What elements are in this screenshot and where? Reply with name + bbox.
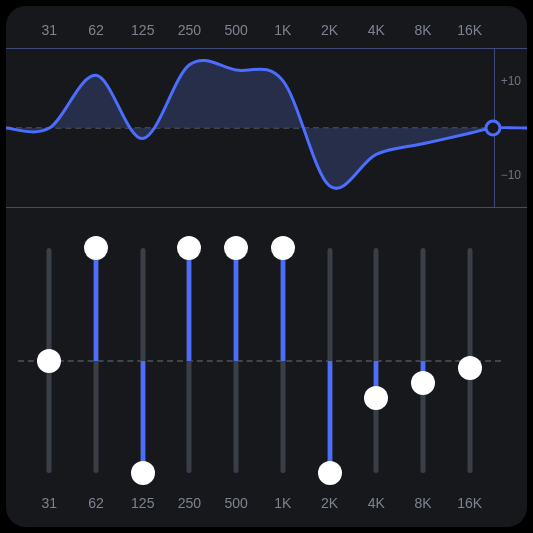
freq-label-top-62: 62: [73, 22, 120, 38]
eq-slider-thumb[interactable]: [37, 349, 61, 373]
freq-label-top-8K: 8K: [400, 22, 447, 38]
eq-sliders: [26, 238, 493, 483]
freq-label-bottom-500: 500: [213, 495, 260, 511]
eq-curve-fill: [6, 60, 527, 188]
freq-label-bottom-8K: 8K: [400, 495, 447, 511]
eq-slider-4K[interactable]: [353, 238, 400, 483]
freq-label-top-31: 31: [26, 22, 73, 38]
eq-slider-fill: [187, 248, 192, 361]
eq-slider-2K[interactable]: [306, 238, 353, 483]
eq-slider-1K[interactable]: [260, 238, 307, 483]
eq-slider-125[interactable]: [119, 238, 166, 483]
eq-slider-8K[interactable]: [400, 238, 447, 483]
eq-slider-500[interactable]: [213, 238, 260, 483]
eq-slider-250[interactable]: [166, 238, 213, 483]
eq-slider-track: [280, 248, 285, 473]
eq-response-graph: +10 −10: [6, 48, 527, 208]
freq-label-bottom-31: 31: [26, 495, 73, 511]
freq-label-bottom-125: 125: [119, 495, 166, 511]
eq-panel: 31621252505001K2K4K8K16K +10 −10 3162125…: [6, 6, 527, 527]
freq-label-bottom-4K: 4K: [353, 495, 400, 511]
freq-labels-bottom: 31621252505001K2K4K8K16K: [26, 485, 493, 521]
eq-slider-fill: [140, 361, 145, 474]
eq-slider-16K[interactable]: [446, 238, 493, 483]
freq-labels-top: 31621252505001K2K4K8K16K: [26, 12, 493, 48]
eq-slider-fill: [280, 248, 285, 361]
freq-label-top-125: 125: [119, 22, 166, 38]
eq-slider-thumb[interactable]: [411, 371, 435, 395]
eq-slider-62[interactable]: [73, 238, 120, 483]
freq-label-top-2K: 2K: [306, 22, 353, 38]
eq-slider-track: [140, 248, 145, 473]
eq-slider-thumb[interactable]: [84, 236, 108, 260]
eq-slider-thumb[interactable]: [458, 356, 482, 380]
freq-label-bottom-1K: 1K: [260, 495, 307, 511]
eq-slider-track: [374, 248, 379, 473]
freq-label-top-16K: 16K: [446, 22, 493, 38]
freq-label-top-500: 500: [213, 22, 260, 38]
freq-label-bottom-2K: 2K: [306, 495, 353, 511]
eq-slider-thumb[interactable]: [224, 236, 248, 260]
freq-label-bottom-16K: 16K: [446, 495, 493, 511]
eq-slider-track: [420, 248, 425, 473]
eq-slider-fill: [234, 248, 239, 361]
graph-svg: [6, 49, 527, 207]
eq-slider-thumb[interactable]: [271, 236, 295, 260]
eq-slider-track: [187, 248, 192, 473]
eq-slider-track: [327, 248, 332, 473]
eq-slider-track: [234, 248, 239, 473]
freq-label-top-250: 250: [166, 22, 213, 38]
eq-slider-fill: [327, 361, 332, 474]
eq-slider-thumb[interactable]: [364, 386, 388, 410]
freq-label-top-1K: 1K: [260, 22, 307, 38]
eq-slider-fill: [94, 248, 99, 361]
eq-slider-thumb[interactable]: [131, 461, 155, 485]
freq-label-bottom-62: 62: [73, 495, 120, 511]
eq-slider-track: [94, 248, 99, 473]
eq-curve-endpoint[interactable]: [486, 121, 500, 135]
eq-slider-thumb[interactable]: [318, 461, 342, 485]
eq-slider-31[interactable]: [26, 238, 73, 483]
freq-label-top-4K: 4K: [353, 22, 400, 38]
eq-slider-thumb[interactable]: [177, 236, 201, 260]
freq-label-bottom-250: 250: [166, 495, 213, 511]
